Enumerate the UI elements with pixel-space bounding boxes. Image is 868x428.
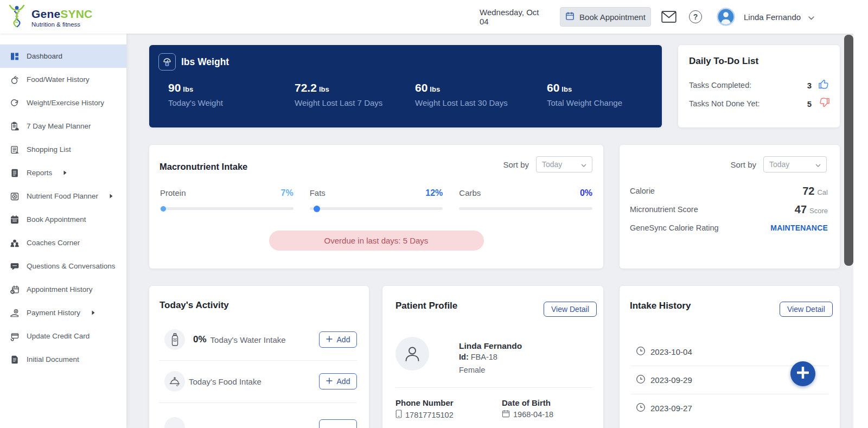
submenu-arrow-icon — [110, 194, 113, 199]
sidebar-item-food-water-history[interactable]: Food/Water History — [0, 68, 126, 91]
sort-by-label: Sort by — [730, 160, 756, 169]
sidebar-item-dashboard[interactable]: Dashboard — [0, 44, 126, 68]
meal-planner-icon — [9, 121, 20, 131]
patient-avatar — [395, 337, 429, 370]
protein-slider[interactable] — [160, 207, 293, 210]
current-date: Wednesday, Oct 04 — [480, 0, 550, 34]
profile-view-detail-button[interactable]: View Detail — [544, 302, 597, 317]
phone-number-value: 17817715102 — [395, 410, 454, 420]
sidebar-item-book-appointment[interactable]: Book Appointment — [0, 208, 126, 231]
sidebar-item-shopping-list[interactable]: Shopping List — [0, 138, 126, 161]
chevron-down-icon — [581, 159, 586, 169]
add-button[interactable] — [319, 419, 357, 428]
bar-label: Protein — [160, 188, 186, 197]
weight-card-title: lbs Weight — [181, 56, 229, 68]
app-logo[interactable]: GeneSYNC Nutrition & fitness — [7, 4, 92, 30]
water-bottle-icon — [164, 329, 185, 350]
slider-thumb[interactable] — [314, 206, 320, 212]
patient-id-value: FBA-18 — [471, 353, 497, 361]
sidebar-item-payment-history[interactable]: Payment History — [0, 301, 126, 324]
intake-date-row[interactable]: 2023-10-04 — [636, 346, 692, 357]
stat-value: 60 — [547, 81, 559, 94]
macro-title: Macronutrient Intake — [159, 162, 247, 172]
sidebar-item-label: Shopping List — [27, 145, 71, 154]
carbs-slider[interactable] — [459, 207, 592, 210]
stat-unit: lbs — [319, 85, 329, 93]
stat-value: 60 — [415, 81, 427, 94]
fats-slider[interactable] — [310, 207, 443, 210]
user-menu[interactable]: Linda Fernando — [744, 0, 814, 34]
stat-label: Today's Weight — [168, 98, 223, 107]
user-avatar[interactable] — [717, 8, 735, 26]
date-of-birth-value: 1968-04-18 — [502, 410, 553, 419]
document-icon — [9, 354, 20, 365]
intake-date: 2023-10-04 — [650, 347, 692, 356]
add-water-button[interactable]: Add — [319, 331, 357, 348]
activity-icon — [164, 417, 185, 428]
todo-row-completed: Tasks Completed: 3 — [689, 79, 830, 92]
macro-sort-select[interactable]: Today — [536, 156, 592, 173]
divider — [159, 403, 357, 403]
top-header: GeneSYNC Nutrition & fitness Wednesday, … — [0, 0, 868, 34]
intake-date-row[interactable]: 2023-09-29 — [636, 374, 692, 386]
add-food-button[interactable]: Add — [319, 373, 357, 389]
summary-label: GeneSync Calorie Rating — [630, 223, 719, 232]
help-glyph: ? — [693, 12, 698, 21]
intake-view-detail-button[interactable]: View Detail — [780, 302, 833, 317]
sidebar-item-coaches-corner[interactable]: Coaches Corner — [0, 231, 126, 254]
phone-number-label: Phone Number — [395, 398, 454, 407]
intake-history-card: Intake History View Detail 2023-10-04 20… — [620, 286, 840, 428]
sidebar-item-questions-conversations[interactable]: Questions & Conversations — [0, 254, 126, 278]
book-appointment-button[interactable]: Book Appointment — [560, 7, 651, 27]
todo-row-not-done: Tasks Not Done Yet: 5 — [689, 97, 830, 110]
nutrient-planner-icon — [9, 191, 20, 201]
help-icon[interactable]: ? — [689, 10, 702, 23]
dna-figure-icon — [7, 4, 27, 30]
vertical-scrollbar[interactable] — [844, 35, 853, 266]
weight-stat: 90lbs Today's Weight — [168, 81, 223, 107]
thumbs-down-icon[interactable] — [818, 97, 830, 110]
sidebar-item-7-day-meal-planner[interactable]: 7 Day Meal Planner — [0, 114, 126, 138]
sidebar-item-label: Appointment History — [27, 285, 93, 293]
thumbs-up-icon[interactable] — [818, 79, 830, 92]
macronutrient-card: Macronutrient Intake Sort by Today Prote… — [149, 145, 603, 269]
activity-row-label: Today's Food Intake — [189, 377, 319, 386]
profile-title: Patient Profile — [395, 301, 457, 311]
patient-id: Id: FBA-18 — [459, 353, 497, 361]
macro-bar-fats: Fats 12% — [310, 188, 443, 210]
sidebar-item-weight-exercise-history[interactable]: Weight/Exercise History — [0, 91, 126, 114]
sidebar-item-label: Coaches Corner — [27, 239, 80, 247]
sidebar-item-label: Dashboard — [27, 52, 62, 60]
sidebar-item-reports[interactable]: Reports — [0, 161, 126, 184]
patient-gender: Female — [459, 366, 485, 374]
slider-thumb[interactable] — [161, 206, 166, 212]
calendar-icon — [502, 410, 510, 419]
clock-icon — [636, 346, 646, 357]
add-intake-fab-button[interactable] — [790, 361, 815, 386]
mail-icon[interactable] — [661, 10, 676, 23]
submenu-arrow-icon — [63, 170, 67, 175]
clock-icon — [636, 374, 646, 386]
sidebar-item-appointment-history[interactable]: Appointment History — [0, 278, 126, 301]
calorie-rating-value: MAINTENANCE — [770, 223, 828, 232]
weight-scale-icon — [158, 53, 176, 71]
summary-sort-select[interactable]: Today — [763, 156, 827, 173]
brand-sync: SYNC — [60, 8, 92, 20]
sidebar-item-nutrient-food-planner[interactable]: Nutrient Food Planner — [0, 184, 126, 208]
genesync-dashboard: GeneSYNC Nutrition & fitness Wednesday, … — [0, 0, 868, 428]
stat-label: Total Weight Change — [547, 98, 622, 107]
intake-date: 2023-09-29 — [650, 375, 692, 385]
stat-unit: lbs — [561, 85, 572, 93]
date-of-birth-text: 1968-04-18 — [513, 410, 553, 419]
todo-row-label: Tasks Not Done Yet: — [689, 99, 807, 108]
sidebar-item-update-credit-card[interactable]: Update Credit Card — [0, 324, 126, 348]
divider — [395, 387, 592, 388]
stat-label: Weight Lost Last 30 Days — [415, 98, 508, 107]
activity-title: Today's Activity — [159, 300, 229, 311]
intake-title: Intake History — [630, 301, 691, 311]
sidebar-item-initial-document[interactable]: Initial Document — [0, 348, 126, 371]
intake-date-row[interactable]: 2023-09-27 — [636, 403, 692, 414]
summary-unit: Score — [809, 207, 828, 215]
macro-bar-carbs: Carbs 0% — [459, 188, 592, 210]
sidebar-nav: Dashboard Food/Water History Weight/Exer… — [0, 34, 126, 428]
